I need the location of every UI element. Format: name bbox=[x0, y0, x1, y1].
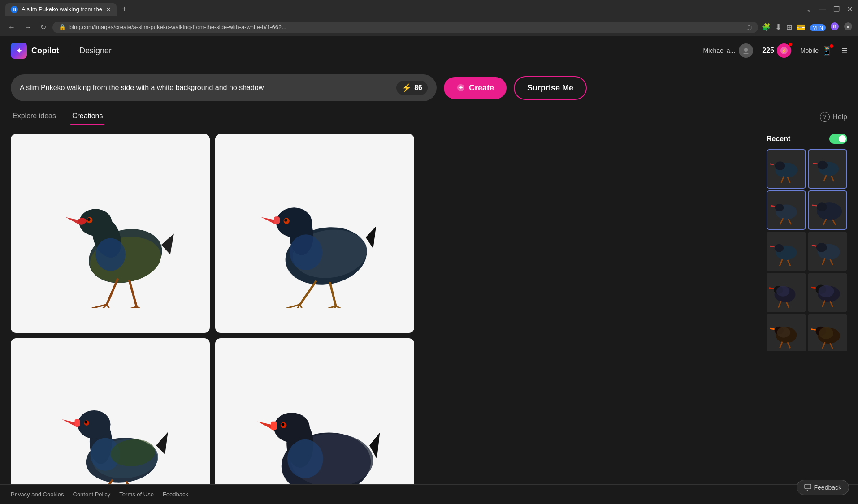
recent-thumbnail-icon bbox=[767, 314, 806, 351]
help-section[interactable]: ? Help bbox=[820, 112, 847, 122]
chevron-down-icon[interactable]: ⌄ bbox=[806, 5, 812, 13]
coins-icon[interactable]: ⚡ bbox=[777, 43, 791, 58]
create-button[interactable]: ✦ Create bbox=[444, 77, 507, 99]
recent-toggle[interactable] bbox=[829, 134, 847, 144]
recent-thumbnail-icon bbox=[809, 191, 846, 229]
split-view-icon[interactable]: ⊞ bbox=[786, 23, 792, 31]
image-card-4[interactable] bbox=[215, 338, 414, 504]
recent-item-3-1[interactable] bbox=[767, 273, 806, 312]
bird-image-2 bbox=[240, 159, 390, 308]
close-window-icon[interactable]: ✕ bbox=[847, 5, 853, 13]
svg-text:✦: ✦ bbox=[459, 85, 463, 91]
coins-section[interactable]: 225 ⚡ bbox=[762, 43, 791, 58]
svg-marker-58 bbox=[156, 432, 168, 454]
search-box[interactable]: ⚡ 86 bbox=[11, 74, 437, 101]
refresh-button[interactable]: ↻ bbox=[38, 21, 49, 33]
recent-group-2-grid bbox=[767, 232, 847, 271]
menu-button[interactable]: ≡ bbox=[841, 45, 847, 56]
recent-title: Recent bbox=[767, 135, 790, 143]
main-content: Recent bbox=[0, 125, 858, 504]
recent-thumbnail-icon bbox=[767, 273, 806, 312]
user-avatar[interactable] bbox=[739, 43, 753, 58]
svg-line-126 bbox=[769, 288, 774, 289]
recent-scroll[interactable] bbox=[767, 149, 847, 351]
tab-creations[interactable]: Creations bbox=[70, 108, 104, 125]
url-input[interactable] bbox=[69, 24, 743, 30]
feedback-link[interactable]: Feedback bbox=[163, 491, 188, 498]
brave-icon[interactable]: B bbox=[830, 22, 839, 33]
image-card-2[interactable] bbox=[215, 134, 414, 333]
svg-point-72 bbox=[273, 412, 309, 442]
feedback-button-label: Feedback bbox=[814, 484, 841, 491]
svg-line-114 bbox=[770, 246, 774, 246]
feedback-icon bbox=[804, 484, 811, 491]
new-tab-button[interactable]: + bbox=[118, 3, 130, 16]
svg-marker-40 bbox=[365, 226, 376, 248]
extensions-icon[interactable]: 🧩 bbox=[762, 23, 771, 31]
svg-point-49 bbox=[289, 234, 322, 270]
download-icon[interactable]: ⬇ bbox=[775, 22, 782, 32]
brand-name: Copilot bbox=[31, 46, 59, 56]
image-card-1[interactable] bbox=[11, 134, 210, 333]
create-wand-icon: ✦ bbox=[456, 83, 465, 92]
recent-item-2-2[interactable] bbox=[808, 232, 847, 271]
browser-chrome: B A slim Pukeko walking from the ✕ + ⌄ —… bbox=[0, 0, 858, 36]
svg-text:B: B bbox=[833, 24, 836, 29]
tab-explore[interactable]: Explore ideas bbox=[11, 108, 58, 125]
recent-group-3 bbox=[767, 273, 847, 312]
forward-button[interactable]: → bbox=[22, 22, 34, 33]
help-circle-icon: ? bbox=[820, 112, 830, 122]
terms-link[interactable]: Terms of Use bbox=[119, 491, 154, 498]
user-section[interactable]: Michael a... bbox=[703, 43, 754, 58]
address-bar[interactable]: 🔒 ⬡ bbox=[52, 22, 758, 33]
sidebar: Recent bbox=[767, 134, 847, 504]
share-icon[interactable]: ⬡ bbox=[746, 24, 752, 31]
mobile-section[interactable]: Mobile 📱 bbox=[800, 45, 832, 56]
bird-image-1 bbox=[36, 159, 185, 308]
svg-point-35 bbox=[276, 207, 312, 237]
brave-icon-2[interactable]: ≡ bbox=[844, 22, 853, 33]
svg-text:⚡: ⚡ bbox=[781, 48, 787, 54]
mobile-icon[interactable]: 📱 bbox=[821, 45, 832, 56]
recent-item-1-4[interactable] bbox=[808, 190, 847, 230]
svg-line-30 bbox=[136, 306, 144, 308]
window-controls: ⌄ — ❐ ✕ bbox=[806, 5, 853, 13]
search-input[interactable] bbox=[20, 84, 391, 92]
privacy-link[interactable]: Privacy and Cookies bbox=[11, 491, 64, 498]
recent-item-1-3[interactable] bbox=[767, 190, 806, 230]
recent-item-3-2[interactable] bbox=[808, 273, 847, 312]
boost-icon: ⚡ bbox=[402, 83, 412, 93]
browser-tab-active[interactable]: B A slim Pukeko walking from the ✕ bbox=[5, 3, 117, 16]
svg-line-133 bbox=[811, 287, 815, 288]
username-label: Michael a... bbox=[703, 47, 736, 54]
svg-rect-37 bbox=[273, 216, 279, 224]
content-policy-link[interactable]: Content Policy bbox=[73, 491, 111, 498]
boost-area[interactable]: ⚡ 86 bbox=[396, 81, 428, 95]
bird-image-4 bbox=[240, 363, 390, 504]
recent-item-2-1[interactable] bbox=[767, 232, 806, 271]
vpn-button[interactable]: VPN bbox=[810, 23, 826, 31]
back-button[interactable]: ← bbox=[5, 22, 18, 33]
tab-close-icon[interactable]: ✕ bbox=[106, 6, 111, 13]
recent-thumbnail-icon bbox=[808, 314, 847, 351]
maximize-icon[interactable]: ❐ bbox=[833, 5, 840, 13]
lock-icon: 🔒 bbox=[59, 24, 66, 30]
svg-line-27 bbox=[107, 304, 110, 308]
image-card-3[interactable] bbox=[11, 338, 210, 504]
recent-item-4-2[interactable] bbox=[808, 314, 847, 351]
surprise-button[interactable]: Surprise Me bbox=[514, 76, 587, 100]
wallet-icon[interactable]: 💳 bbox=[797, 23, 806, 31]
recent-thumbnail-icon bbox=[808, 232, 847, 271]
recent-item-1-1[interactable] bbox=[767, 149, 806, 189]
svg-point-39 bbox=[284, 219, 287, 222]
recent-thumbnail-icon bbox=[809, 150, 846, 188]
feedback-button[interactable]: Feedback bbox=[797, 480, 849, 495]
svg-text:B: B bbox=[13, 7, 16, 12]
svg-point-101 bbox=[775, 204, 784, 211]
recent-item-4-1[interactable] bbox=[767, 314, 806, 351]
svg-line-147 bbox=[811, 329, 815, 330]
svg-point-95 bbox=[818, 161, 828, 170]
recent-item-1-2[interactable] bbox=[808, 149, 847, 189]
svg-line-120 bbox=[812, 246, 816, 246]
minimize-icon[interactable]: — bbox=[819, 5, 826, 13]
